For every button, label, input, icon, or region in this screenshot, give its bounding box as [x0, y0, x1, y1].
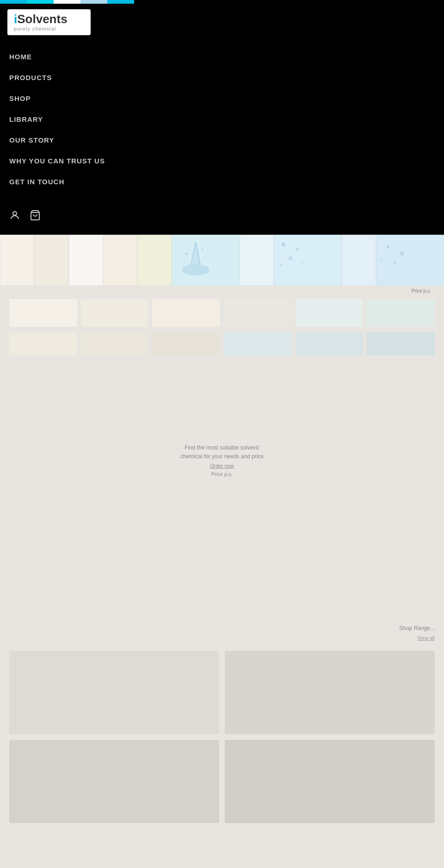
nav-item-why-trust[interactable]: WHY YOU CAN TRUST US [0, 150, 444, 171]
nav-icons-row [0, 200, 444, 235]
logo-text: iSolvents [14, 13, 68, 25]
shop-range-title: Shop Range... [9, 625, 435, 633]
logo-box: iSolvents purely chemical [7, 9, 91, 35]
swatch-3 [152, 299, 220, 327]
category-section: That's my range centre committing my bes… [0, 832, 444, 868]
swatch-b3 [152, 332, 220, 356]
svg-point-9 [288, 256, 293, 261]
svg-point-10 [301, 262, 303, 264]
nav-item-home[interactable]: HOME [0, 46, 444, 67]
svg-point-11 [280, 264, 283, 267]
price-tag-row: Price p.u. [0, 286, 444, 294]
hero-cell-light-blue [240, 235, 274, 286]
svg-point-4 [202, 248, 204, 250]
nav-item-get-in-touch[interactable]: GET IN TOUCH [0, 171, 444, 192]
hero-cell-1 [0, 235, 34, 286]
svg-point-0 [13, 212, 17, 215]
svg-point-15 [380, 260, 382, 262]
find-text: Find the most suitable solvent/chemical … [9, 443, 435, 461]
cart-icon-button[interactable] [30, 210, 41, 224]
svg-point-8 [296, 248, 299, 250]
shop-range-section: Shop Range... View all [0, 486, 444, 642]
nav-item-products[interactable]: PRODUCTS [0, 67, 444, 88]
hero-cell-blue-drops [274, 235, 342, 286]
large-products-grid [0, 642, 444, 832]
color-bar-segment-1 [0, 0, 27, 4]
svg-point-3 [185, 252, 188, 255]
swatch-6 [367, 299, 435, 327]
find-price: Price p.u. [9, 471, 435, 477]
hero-cell-water-splash [172, 235, 240, 286]
swatch-b5 [296, 332, 364, 356]
hero-cell-light-blue2 [342, 235, 376, 286]
navigation-overlay: iSolvents purely chemical HOME PRODUCTS … [0, 0, 444, 235]
water-splash-svg [177, 237, 214, 279]
swatch-2 [81, 299, 149, 327]
swatches-row [0, 294, 444, 331]
nav-item-shop[interactable]: SHOP [0, 88, 444, 109]
hero-cell-4 [103, 235, 137, 286]
swatch-b2 [81, 332, 149, 356]
hero-cell-3 [69, 235, 103, 286]
find-section: Find the most suitable solvent/chemical … [0, 360, 444, 486]
svg-point-14 [394, 262, 396, 264]
order-now-link[interactable]: Order now [210, 463, 234, 468]
color-bar-segment-5 [107, 0, 134, 4]
hero-strip [0, 235, 444, 286]
blue-drops2-svg [376, 235, 413, 277]
account-icon-button[interactable] [9, 210, 20, 224]
large-product-1[interactable] [9, 651, 219, 734]
color-bar-segment-2 [27, 0, 54, 4]
hero-cell-2 [34, 235, 68, 286]
color-bar-segment-4 [80, 0, 107, 4]
logo-container[interactable]: iSolvents purely chemical [0, 4, 98, 43]
large-product-2[interactable] [225, 651, 435, 734]
price-tag-top: Price p.u. [408, 287, 435, 294]
color-bar-segment-3 [54, 0, 80, 4]
swatches-row-2 [0, 331, 444, 360]
logo-tagline: purely chemical [14, 26, 56, 31]
swatch-b1 [9, 332, 77, 356]
hero-cell-blue-drops2 [376, 235, 444, 286]
swatch-1 [9, 299, 77, 327]
nav-item-library[interactable]: LIBRARY [0, 109, 444, 130]
svg-point-5 [204, 258, 205, 259]
hero-cell-5 [137, 235, 172, 286]
nav-menu: HOME PRODUCTS SHOP LIBRARY OUR STORY WHY… [0, 43, 444, 196]
large-product-4[interactable] [225, 740, 435, 823]
swatch-b6 [367, 332, 435, 356]
logo-solvents: Solvents [17, 12, 67, 26]
svg-point-13 [400, 252, 404, 256]
svg-point-7 [282, 243, 285, 246]
swatch-5 [296, 299, 364, 327]
svg-point-12 [387, 245, 389, 248]
svg-point-6 [183, 262, 185, 264]
swatch-b4 [224, 332, 292, 356]
large-product-3[interactable] [9, 740, 219, 823]
color-bar [0, 0, 134, 4]
swatch-4 [224, 299, 292, 327]
view-all-link[interactable]: View all [417, 635, 435, 641]
main-content: Price p.u. Find the most suitable solven… [0, 286, 444, 868]
svg-point-2 [182, 264, 210, 275]
nav-item-our-story[interactable]: OUR STORY [0, 130, 444, 150]
blue-drops-svg [274, 235, 311, 277]
